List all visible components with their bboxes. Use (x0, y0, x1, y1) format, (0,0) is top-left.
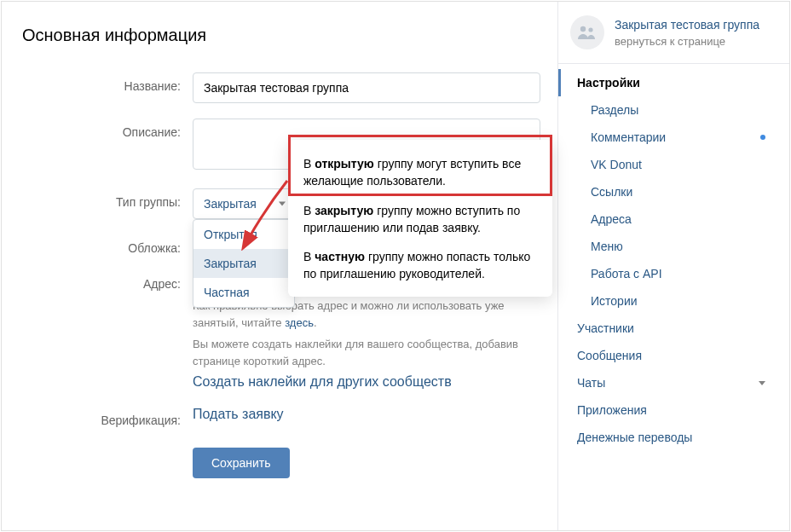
group-type-dropdown: Открытая Закрытая Частная (193, 219, 295, 308)
verification-apply-link[interactable]: Подать заявку (193, 407, 284, 421)
address-help-link-here[interactable]: здесь (285, 316, 314, 329)
sidebar-item-4[interactable]: Ссылки (558, 178, 789, 205)
sidebar-nav: НастройкиРазделыКомментарииVK DonutСсылк… (558, 64, 789, 530)
sidebar-item-label: VK Donut (591, 158, 642, 171)
dropdown-option-private[interactable]: Частная (193, 278, 294, 307)
sidebar-item-12[interactable]: Приложения (558, 396, 789, 424)
sidebar-item-label: Комментарии (591, 130, 666, 144)
name-input[interactable] (193, 72, 540, 103)
description-label: Описание: (22, 119, 193, 139)
sidebar-back-text: вернуться к странице (615, 35, 759, 48)
sidebar-item-label: Ссылки (591, 185, 632, 199)
dropdown-option-open[interactable]: Открытая (193, 220, 294, 249)
sidebar-item-label: Работа с API (591, 267, 662, 280)
sidebar-item-label: Адреса (591, 212, 632, 226)
sidebar-item-2[interactable]: Комментарии (558, 124, 789, 151)
address-help-2: Вы можете создать наклейки для вашего со… (193, 336, 540, 369)
sidebar-item-3[interactable]: VK Donut (558, 151, 789, 178)
sidebar-item-label: Приложения (577, 403, 647, 417)
chevron-down-icon (759, 381, 765, 385)
sidebar-item-8[interactable]: Истории (558, 287, 789, 315)
sidebar-group-name-link[interactable]: Закрытая тестовая группа (615, 17, 759, 32)
dropdown-option-closed[interactable]: Закрытая (193, 249, 294, 278)
row-name: Название: (22, 72, 540, 103)
sidebar-item-label: Истории (591, 294, 638, 308)
sidebar-item-10[interactable]: Сообщения (558, 342, 789, 369)
group-type-select[interactable]: Закрытая (193, 188, 295, 219)
sidebar-item-label: Денежные переводы (577, 431, 692, 444)
sidebar-item-9[interactable]: Участники (558, 315, 789, 342)
sidebar-item-label: Меню (591, 240, 623, 253)
svg-point-0 (580, 26, 586, 32)
sidebar-item-7[interactable]: Работа с API (558, 260, 789, 287)
cover-label: Обложка: (22, 234, 193, 255)
sidebar-item-label: Чаты (577, 376, 605, 390)
save-button[interactable]: Сохранить (193, 448, 290, 478)
create-stickers-link[interactable]: Создать наклейки для других сообществ (193, 374, 452, 389)
notification-dot-icon (760, 135, 765, 140)
group-type-selected: Закрытая (204, 197, 257, 211)
sidebar-item-1[interactable]: Разделы (558, 96, 789, 124)
group-avatar-icon (570, 15, 604, 49)
name-label: Название: (22, 72, 193, 93)
sidebar: Закрытая тестовая группа вернуться к стр… (557, 2, 789, 530)
page-title: Основная информация (22, 26, 540, 45)
chevron-down-icon (279, 202, 286, 206)
group-type-tooltip: В открытую группу могут вступить все жел… (288, 140, 552, 297)
address-label: Адрес: (22, 270, 193, 291)
row-verification: Верификация: Подать заявку (22, 407, 540, 427)
sidebar-item-5[interactable]: Адреса (558, 205, 789, 233)
sidebar-item-label: Участники (577, 321, 634, 335)
sidebar-item-13[interactable]: Денежные переводы (558, 424, 789, 451)
sidebar-item-0[interactable]: Настройки (558, 69, 789, 96)
svg-point-1 (588, 27, 592, 32)
sidebar-item-6[interactable]: Меню (558, 233, 789, 260)
sidebar-item-label: Настройки (577, 76, 640, 90)
sidebar-item-11[interactable]: Чаты (558, 369, 789, 396)
verification-label: Верификация: (22, 407, 193, 427)
group-type-label: Тип группы: (22, 188, 193, 209)
sidebar-item-label: Сообщения (577, 349, 642, 362)
sidebar-item-label: Разделы (591, 103, 638, 117)
sidebar-header: Закрытая тестовая группа вернуться к стр… (558, 2, 789, 64)
